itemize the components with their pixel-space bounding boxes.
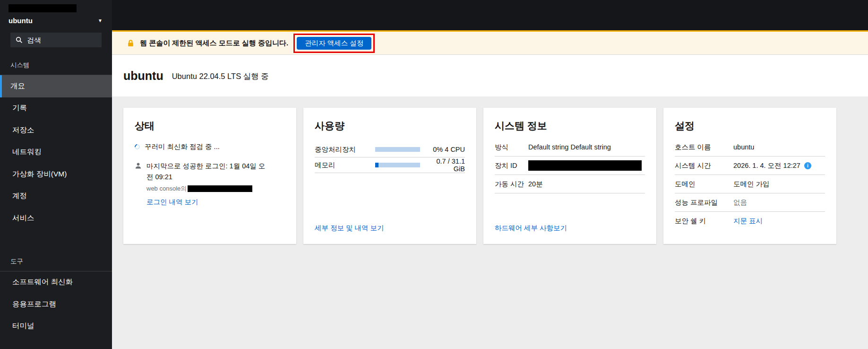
machine-id-row: 장치 ID bbox=[495, 157, 645, 175]
system-time-row: 시스템 시간 2026. 1. 4. 오전 12:27 i bbox=[675, 157, 825, 175]
last-login-text: 마지막으로 성공한 로그인: 1월 04일 오전 09:21 bbox=[146, 161, 271, 183]
annotation-red-box: 관리자 액세스 설정 bbox=[293, 34, 375, 53]
uptime-label: 가동 시간 bbox=[495, 180, 528, 189]
system-time-value: 2026. 1. 4. 오전 12:27 bbox=[733, 161, 800, 170]
usage-card: 사용량 중앙처리장치 0% 4 CPU 메모리 0.7 / 31.1 GiB 세… bbox=[303, 108, 476, 244]
user-icon bbox=[135, 162, 142, 169]
banner-message: 웹 콘솔이 제한된 액세스 모드로 실행 중입니다. bbox=[140, 39, 288, 48]
sidebar-header[interactable]: ubuntu ▼ bbox=[0, 0, 112, 25]
sidebar-item-storage[interactable]: 저장소 bbox=[0, 119, 112, 141]
limited-access-banner: 웹 콘솔이 제한된 액세스 모드로 실행 중입니다. 관리자 액세스 설정 bbox=[112, 30, 868, 55]
sidebar-item-terminal[interactable]: 터미널 bbox=[0, 315, 112, 338]
nav-section-tools: 도구 bbox=[0, 257, 112, 271]
performance-profile-label: 성능 프로파일 bbox=[675, 198, 733, 207]
hardware-details-link[interactable]: 하드웨어 세부 사항보기 bbox=[495, 224, 567, 232]
chevron-down-icon[interactable]: ▼ bbox=[98, 18, 103, 23]
sidebar: ubuntu ▼ 시스템 개요 기록 저장소 네트워킹 가상화 장비(VM) 계… bbox=[0, 0, 112, 349]
turn-on-admin-access-button[interactable]: 관리자 액세스 설정 bbox=[297, 37, 371, 50]
performance-profile-value: 없음 bbox=[733, 198, 747, 207]
sidebar-item-applications[interactable]: 응용프로그램 bbox=[0, 293, 112, 315]
system-time-label: 시스템 시간 bbox=[675, 161, 733, 170]
cpu-label: 중앙처리장치 bbox=[315, 145, 375, 154]
hostname-value: ubuntu bbox=[733, 143, 754, 151]
search-icon bbox=[16, 36, 23, 44]
usage-card-title: 사용량 bbox=[315, 119, 465, 132]
status-card: 상태 꾸러미 최신화 점검 중 ... 마지막으로 성공한 로그인: 1월 04… bbox=[123, 108, 296, 244]
sidebar-item-overview[interactable]: 개요 bbox=[0, 75, 112, 97]
page-title: ubuntu bbox=[123, 69, 163, 83]
sidebar-search[interactable] bbox=[10, 33, 102, 47]
system-info-card: 시스템 정보 방식 Default string Default string … bbox=[483, 108, 656, 244]
machine-id-label: 장치 ID bbox=[495, 161, 528, 170]
page-header: ubuntu Ubuntu 22.04.5 LTS 실행 중 bbox=[112, 55, 868, 96]
cpu-value: 0% 4 CPU bbox=[424, 146, 465, 153]
login-history-link[interactable]: 로그인 내역 보기 bbox=[146, 198, 198, 207]
domain-row: 도메인 도메인 가입 bbox=[675, 175, 825, 193]
os-release-text: Ubuntu 22.04.5 LTS 실행 중 bbox=[172, 70, 269, 82]
join-domain-value[interactable]: 도메인 가입 bbox=[733, 180, 770, 189]
memory-label: 메모리 bbox=[315, 161, 375, 170]
search-input[interactable] bbox=[27, 36, 96, 44]
sidebar-item-virtual-machines[interactable]: 가상화 장비(VM) bbox=[0, 163, 112, 185]
usage-details-link[interactable]: 세부 정보 및 내역 보기 bbox=[315, 224, 384, 232]
status-card-title: 상태 bbox=[135, 119, 285, 132]
masthead bbox=[112, 0, 868, 30]
lock-icon bbox=[127, 39, 135, 47]
sidebar-item-logs[interactable]: 기록 bbox=[0, 97, 112, 120]
spinner-icon bbox=[134, 143, 141, 150]
host-switcher[interactable]: ubuntu ▼ bbox=[9, 17, 103, 25]
model-label: 방식 bbox=[495, 143, 528, 152]
host-name: ubuntu bbox=[9, 17, 33, 25]
nav-section-system: 시스템 bbox=[0, 61, 112, 75]
model-value: Default string Default string bbox=[528, 143, 611, 151]
info-icon[interactable]: i bbox=[804, 162, 811, 169]
uptime-value: 20분 bbox=[528, 180, 543, 189]
ssh-keys-row: 보안 쉘 키 지문 표시 bbox=[675, 212, 825, 230]
memory-usage-row: 메모리 0.7 / 31.1 GiB bbox=[315, 157, 465, 173]
content: 상태 꾸러미 최신화 점검 중 ... 마지막으로 성공한 로그인: 1월 04… bbox=[112, 96, 868, 349]
show-fingerprints-link[interactable]: 지문 표시 bbox=[733, 217, 763, 226]
memory-value: 0.7 / 31.1 GiB bbox=[424, 157, 465, 173]
uptime-row: 가동 시간 20분 bbox=[495, 175, 645, 193]
cpu-usage-row: 중앙처리장치 0% 4 CPU bbox=[315, 142, 465, 157]
cpu-progress-bar bbox=[375, 147, 420, 152]
model-row: 방식 Default string Default string bbox=[495, 138, 645, 157]
configuration-card: 설정 호스트 이름 ubuntu 시스템 시간 2026. 1. 4. 오전 1… bbox=[663, 108, 836, 244]
main-area: 웹 콘솔이 제한된 액세스 모드로 실행 중입니다. 관리자 액세스 설정 ub… bbox=[112, 0, 868, 349]
hostname-label: 호스트 이름 bbox=[675, 143, 733, 152]
sidebar-item-services[interactable]: 서비스 bbox=[0, 207, 112, 229]
sidebar-item-networking[interactable]: 네트워킹 bbox=[0, 141, 112, 164]
hostname-row: 호스트 이름 ubuntu bbox=[675, 138, 825, 157]
system-info-card-title: 시스템 정보 bbox=[495, 119, 645, 132]
performance-profile-row: 성능 프로파일 없음 bbox=[675, 193, 825, 212]
sidebar-item-accounts[interactable]: 계정 bbox=[0, 185, 112, 208]
configuration-card-title: 설정 bbox=[675, 119, 825, 132]
login-ip-redacted bbox=[188, 185, 252, 192]
machine-id-redacted bbox=[528, 160, 642, 171]
updates-check-text: 꾸러미 최신화 점검 중 ... bbox=[145, 142, 220, 151]
domain-label: 도메인 bbox=[675, 180, 733, 189]
memory-progress-bar bbox=[375, 163, 420, 167]
logo-redacted bbox=[9, 4, 77, 12]
login-source-text: web console의 bbox=[146, 184, 187, 193]
sidebar-item-software-updates[interactable]: 소프트웨어 최신화 bbox=[0, 271, 112, 294]
ssh-keys-label: 보안 쉘 키 bbox=[675, 217, 733, 226]
